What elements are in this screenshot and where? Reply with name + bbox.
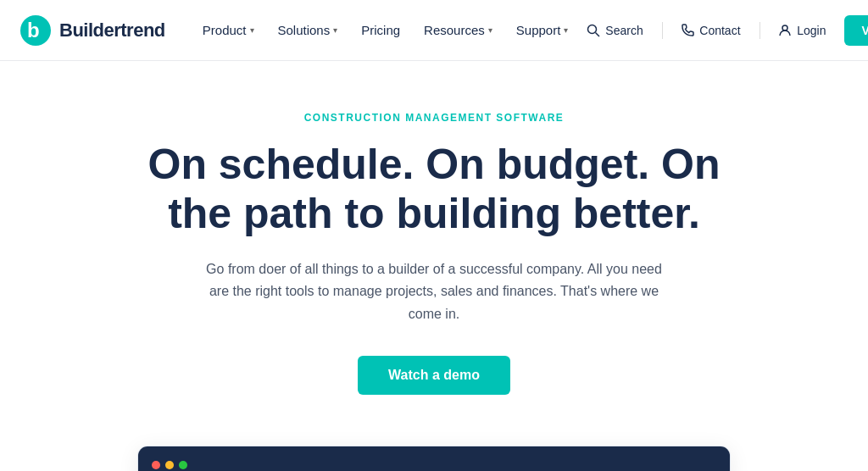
logo-icon: b (20, 15, 51, 46)
hero-tag: CONSTRUCTION MANAGEMENT SOFTWARE (304, 112, 565, 124)
demo-card-header (138, 446, 730, 471)
chevron-down-icon: ▾ (564, 25, 568, 35)
search-button[interactable]: Search (578, 19, 651, 42)
nav-links: Product ▾ Solutions ▾ Pricing Resources … (192, 16, 579, 44)
svg-line-3 (596, 32, 600, 36)
chevron-down-icon: ▾ (333, 25, 337, 35)
window-dots (152, 461, 187, 469)
logo-text: Buildertrend (59, 19, 165, 42)
nav-product[interactable]: Product ▾ (192, 16, 264, 44)
nav-divider-2 (760, 22, 760, 39)
watch-demo-button[interactable]: Watch a demo (358, 356, 510, 395)
dot-yellow (165, 461, 174, 469)
nav-support[interactable]: Support ▾ (506, 16, 579, 44)
svg-point-4 (782, 25, 787, 30)
video-demo-button[interactable]: Video demo – see it now (844, 15, 868, 46)
chevron-down-icon: ▾ (250, 25, 254, 35)
login-button[interactable]: Login (770, 19, 834, 42)
chevron-down-icon: ▾ (488, 25, 492, 35)
hero-subtext: Go from doer of all things to a builder … (197, 258, 671, 325)
dot-red (152, 461, 160, 469)
hero-headline: On schedule. On budget. On the path to b… (146, 141, 722, 238)
phone-icon (681, 24, 694, 37)
svg-point-2 (588, 25, 597, 33)
nav-pricing[interactable]: Pricing (351, 16, 410, 44)
nav-right: Search Contact Login Video demo – see it… (578, 8, 868, 53)
logo-link[interactable]: b Buildertrend (20, 15, 165, 46)
demo-card-wrapper: 01-23 Hufnagel Custom Home Estimate Tota… (0, 446, 868, 471)
main-navigation: b Buildertrend Product ▾ Solutions ▾ Pri… (0, 0, 868, 61)
contact-button[interactable]: Contact (672, 19, 748, 42)
user-icon (778, 24, 792, 37)
hero-section: CONSTRUCTION MANAGEMENT SOFTWARE On sche… (0, 61, 868, 429)
search-icon (587, 24, 600, 37)
nav-solutions[interactable]: Solutions ▾ (268, 16, 348, 44)
demo-card: 01-23 Hufnagel Custom Home Estimate Tota… (137, 446, 731, 471)
dot-green (179, 461, 187, 469)
nav-divider (662, 22, 663, 39)
nav-resources[interactable]: Resources ▾ (414, 16, 503, 44)
svg-text:b: b (27, 19, 40, 42)
